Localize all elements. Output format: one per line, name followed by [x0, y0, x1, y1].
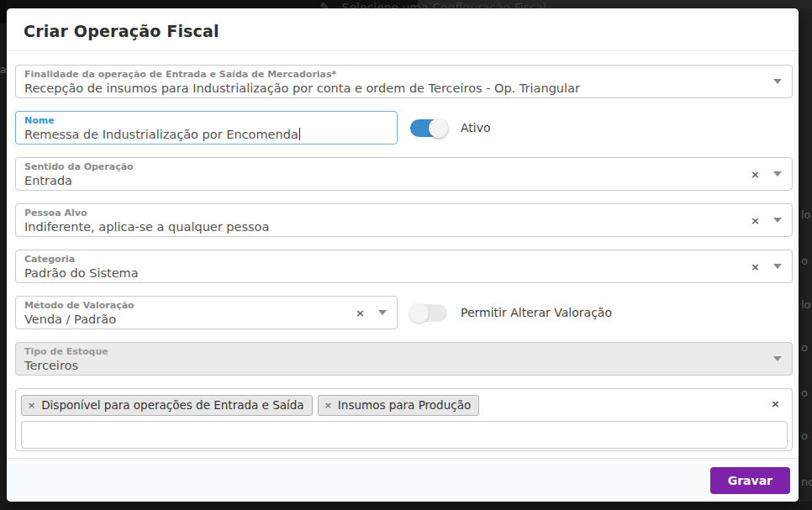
nome-input[interactable]: Nome Remessa de Industrialização por Enc…: [15, 111, 398, 145]
tags-chip-list: × Disponível para operações de Entrada e…: [21, 395, 767, 416]
metodo-valoracao-label: Método de Valoração: [24, 300, 338, 312]
sentido-label: Sentido da Operação: [24, 161, 733, 173]
chevron-down-icon[interactable]: [773, 264, 782, 269]
chevron-down-icon: [773, 356, 782, 361]
clear-icon[interactable]: ×: [751, 169, 760, 180]
save-button[interactable]: Gravar: [710, 467, 790, 494]
sentido-value: Entrada: [24, 173, 733, 189]
background-text-fragment: o: [801, 386, 812, 399]
toggle-knob: [409, 303, 429, 323]
create-fiscal-operation-modal: Criar Operação Fiscal Finalidade da oper…: [7, 8, 799, 502]
select-finalidade[interactable]: Finalidade da operação de Entrada e Saíd…: [15, 65, 793, 98]
chevron-down-icon[interactable]: [773, 218, 782, 223]
tipo-estoque-value: Terceiros: [24, 358, 733, 374]
background-text-fragment: o: [801, 341, 812, 354]
select-categoria[interactable]: Categoria Padrão do Sistema ×: [15, 250, 793, 283]
tag-chip-label: Disponível para operações de Entrada e S…: [41, 398, 303, 412]
clear-icon[interactable]: ×: [751, 261, 760, 272]
nome-label: Nome: [24, 115, 388, 127]
modal-body: Finalidade da operação de Entrada e Saíd…: [7, 51, 799, 458]
ativo-toggle[interactable]: [410, 119, 447, 137]
select-tipo-estoque: Tipo de Estoque Terceiros: [15, 342, 793, 376]
chevron-down-icon[interactable]: [773, 79, 782, 84]
pessoa-alvo-label: Pessoa Alvo: [24, 208, 733, 219]
text-caret: [299, 128, 300, 140]
chip-remove-icon[interactable]: ×: [28, 400, 35, 411]
background-left-strip: [0, 0, 7, 510]
select-pessoa-alvo[interactable]: Pessoa Alvo Indiferente, aplica-se a qua…: [15, 203, 793, 237]
tipo-estoque-label: Tipo de Estoque: [24, 346, 733, 358]
chevron-down-icon[interactable]: [378, 310, 387, 315]
tags-multiselect[interactable]: × Disponível para operações de Entrada e…: [15, 388, 793, 451]
categoria-label: Categoria: [24, 254, 733, 266]
pessoa-alvo-value: Indiferente, aplica-se a qualquer pessoa: [24, 219, 733, 235]
ativo-toggle-label: Ativo: [461, 121, 491, 134]
chip-remove-icon[interactable]: ×: [324, 400, 332, 411]
background-left-strip-dark: [0, 0, 7, 24]
background-text-fragment: o: [801, 429, 812, 442]
background-bottom-band: [0, 502, 812, 510]
tag-chip[interactable]: × Insumos para Produção: [318, 395, 480, 416]
clear-icon[interactable]: ×: [751, 215, 760, 226]
valoracao-row: Método de Valoração Venda / Padrão × Per…: [15, 296, 793, 329]
nome-value: Remessa de Industrialização por Encomend…: [24, 127, 388, 143]
chevron-down-icon[interactable]: [773, 171, 782, 176]
finalidade-label: Finalidade da operação de Entrada e Saíd…: [24, 69, 733, 81]
background-text-fragment: lo: [801, 208, 812, 221]
select-metodo-valoracao[interactable]: Método de Valoração Venda / Padrão ×: [15, 296, 398, 329]
permitir-alterar-valoracao-toggle[interactable]: [410, 304, 447, 322]
metodo-valoracao-value: Venda / Padrão: [24, 312, 338, 328]
clear-icon[interactable]: ×: [771, 397, 780, 410]
modal-title: Criar Operação Fiscal: [24, 22, 782, 40]
tag-chip[interactable]: × Disponível para operações de Entrada e…: [21, 395, 313, 416]
toggle-knob: [429, 118, 448, 138]
select-sentido-operacao[interactable]: Sentido da Operação Entrada ×: [15, 157, 793, 191]
background-text-fragment: o: [801, 255, 812, 267]
background-text-fragment: no: [801, 476, 812, 488]
categoria-value: Padrão do Sistema: [24, 266, 733, 281]
tags-text-input[interactable]: [21, 421, 788, 449]
clear-icon[interactable]: ×: [356, 308, 365, 318]
finalidade-value: Recepção de insumos para Industrializaçã…: [24, 81, 733, 97]
tag-chip-label: Insumos para Produção: [338, 398, 471, 412]
modal-header: Criar Operação Fiscal: [7, 8, 799, 51]
nome-row: Nome Remessa de Industrialização por Enc…: [15, 111, 793, 145]
modal-footer: Gravar: [7, 458, 799, 502]
permitir-alterar-valoracao-label: Permitir Alterar Valoração: [461, 306, 612, 319]
background-text-fragment: a: [0, 64, 6, 76]
background-text-fragment: lo: [801, 298, 812, 311]
